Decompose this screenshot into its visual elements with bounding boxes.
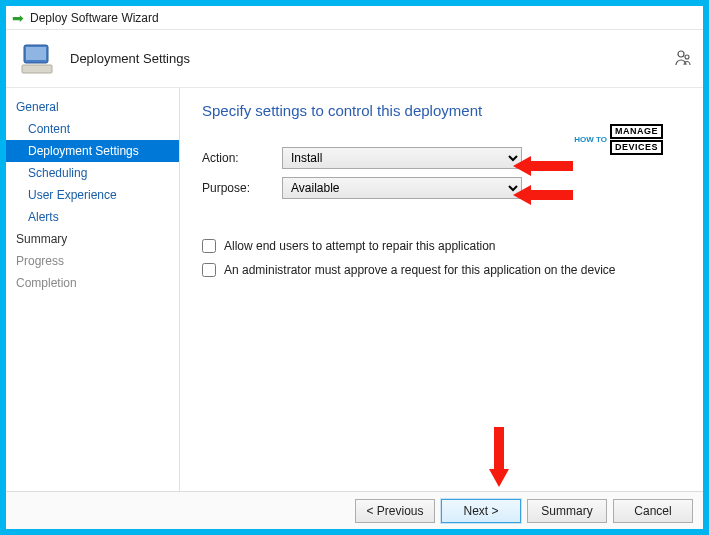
checkbox-allow-repair[interactable] <box>202 239 216 253</box>
svg-rect-2 <box>22 65 52 73</box>
row-allow-repair: Allow end users to attempt to repair thi… <box>202 239 683 253</box>
sidebar-item-deployment-settings[interactable]: Deployment Settings <box>6 140 179 162</box>
deploy-arrow-icon: ➡ <box>12 10 24 26</box>
purpose-select[interactable]: Available <box>282 177 522 199</box>
svg-rect-1 <box>26 47 46 60</box>
computer-icon <box>18 39 58 79</box>
sidebar-item-scheduling[interactable]: Scheduling <box>6 162 179 184</box>
footer-buttons: < Previous Next > Summary Cancel <box>6 491 703 529</box>
next-button[interactable]: Next > <box>441 499 521 523</box>
sidebar-item-user-experience[interactable]: User Experience <box>6 184 179 206</box>
brand-watermark: HOW TO MANAGE DEVICES <box>574 124 663 155</box>
content-panel: Specify settings to control this deploym… <box>180 88 703 491</box>
svg-point-3 <box>678 51 684 57</box>
wizard-body: General Content Deployment Settings Sche… <box>6 88 703 491</box>
sidebar-item-progress[interactable]: Progress <box>6 250 179 272</box>
row-admin-approve: An administrator must approve a request … <box>202 263 683 277</box>
label-allow-repair: Allow end users to attempt to repair thi… <box>224 239 495 253</box>
brand-manage: MANAGE <box>610 124 663 139</box>
titlebar: ➡ Deploy Software Wizard <box>6 6 703 30</box>
page-title: Deployment Settings <box>70 51 190 66</box>
brand-howto: HOW TO <box>574 136 607 144</box>
brand-devices: DEVICES <box>610 140 663 155</box>
label-action: Action: <box>202 151 282 165</box>
svg-point-4 <box>685 55 689 59</box>
row-purpose: Purpose: Available <box>202 177 683 199</box>
sidebar-item-summary[interactable]: Summary <box>6 228 179 250</box>
sidebar-item-content[interactable]: Content <box>6 118 179 140</box>
label-purpose: Purpose: <box>202 181 282 195</box>
wizard-window: ➡ Deploy Software Wizard Deployment Sett… <box>6 6 703 529</box>
cancel-button[interactable]: Cancel <box>613 499 693 523</box>
content-heading: Specify settings to control this deploym… <box>202 102 683 119</box>
summary-button[interactable]: Summary <box>527 499 607 523</box>
sidebar-item-general[interactable]: General <box>6 96 179 118</box>
checkbox-admin-approve[interactable] <box>202 263 216 277</box>
page-header: Deployment Settings <box>6 30 703 88</box>
window-title: Deploy Software Wizard <box>30 11 159 25</box>
person-icon <box>673 48 693 68</box>
action-select[interactable]: Install <box>282 147 522 169</box>
previous-button[interactable]: < Previous <box>355 499 435 523</box>
sidebar-item-alerts[interactable]: Alerts <box>6 206 179 228</box>
label-admin-approve: An administrator must approve a request … <box>224 263 616 277</box>
sidebar-item-completion[interactable]: Completion <box>6 272 179 294</box>
sidebar: General Content Deployment Settings Sche… <box>6 88 180 491</box>
